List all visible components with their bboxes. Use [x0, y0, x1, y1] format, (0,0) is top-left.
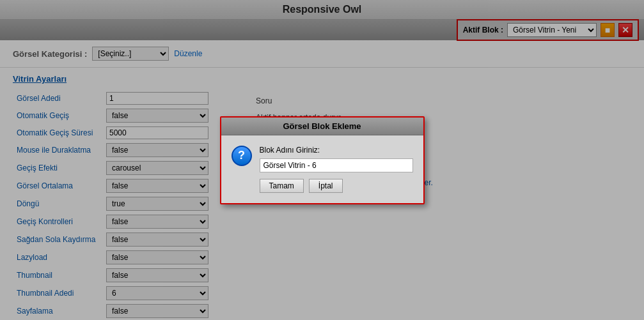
modal-content-right: Blok Adını Giriniz: Tamam İptal: [260, 146, 413, 193]
modal-tamam-button[interactable]: Tamam: [260, 179, 304, 193]
modal-input-label: Blok Adını Giriniz:: [260, 146, 413, 155]
modal-iptal-button[interactable]: İptal: [309, 179, 343, 193]
modal-info-icon: ?: [232, 146, 252, 166]
modal-box: Görsel Blok Ekleme ? Blok Adını Giriniz:…: [220, 116, 425, 204]
modal-block-name-input[interactable]: [260, 158, 413, 172]
modal-overlay: Görsel Blok Ekleme ? Blok Adını Giriniz:…: [0, 0, 644, 320]
modal-buttons: Tamam İptal: [260, 179, 413, 193]
modal-body: ? Blok Adını Giriniz: Tamam İptal: [221, 135, 423, 203]
modal-title-bar: Görsel Blok Ekleme: [221, 118, 423, 135]
